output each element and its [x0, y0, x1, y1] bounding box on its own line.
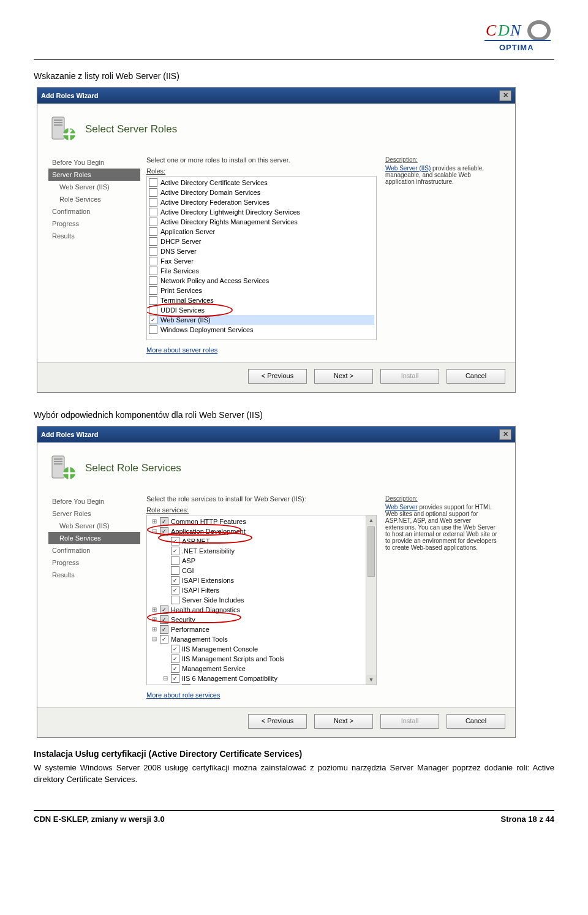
cancel-button[interactable]: Cancel: [447, 714, 505, 729]
checkbox-icon[interactable]: [171, 655, 179, 663]
checkbox-icon[interactable]: [149, 218, 157, 226]
next-button[interactable]: Next >: [314, 369, 373, 384]
checkbox-icon[interactable]: [171, 596, 179, 604]
dialog2-titlebar[interactable]: Add Roles Wizard ✕: [37, 427, 515, 442]
collapse-icon[interactable]: ⊟: [162, 675, 168, 682]
wizard-nav-item[interactable]: Progress: [48, 556, 140, 569]
collapse-icon[interactable]: ⊟: [151, 528, 157, 534]
tree-item[interactable]: .NET Extensibility: [149, 546, 374, 556]
wizard-nav-item[interactable]: Role Services: [48, 193, 140, 205]
wizard-nav-item[interactable]: Before You Begin: [48, 495, 140, 507]
checkbox-icon[interactable]: [171, 586, 179, 594]
checkbox-icon[interactable]: [149, 208, 157, 216]
checkbox-icon[interactable]: [149, 247, 157, 256]
tree-item[interactable]: ⊞Health and Diagnostics: [149, 605, 374, 615]
checkbox-icon[interactable]: [160, 625, 168, 634]
checkbox-icon[interactable]: [149, 325, 157, 334]
wizard-nav-item[interactable]: Server Roles: [48, 507, 140, 520]
close-icon[interactable]: ✕: [499, 429, 511, 440]
role-item[interactable]: DHCP Server: [149, 237, 374, 246]
role-services-tree[interactable]: ⊞Common HTTP Features⊟Application Develo…: [146, 515, 377, 685]
checkbox-icon[interactable]: [149, 237, 157, 246]
wizard-nav-item[interactable]: Progress: [48, 218, 140, 230]
checkbox-icon[interactable]: [149, 306, 157, 314]
role-item[interactable]: Active Directory Domain Services: [149, 188, 374, 197]
checkbox-icon[interactable]: [149, 316, 157, 324]
scroll-up-icon[interactable]: ▲: [366, 515, 376, 525]
checkbox-icon[interactable]: [160, 527, 168, 536]
wizard-nav-item[interactable]: Before You Begin: [48, 156, 140, 169]
checkbox-icon[interactable]: [160, 606, 168, 614]
checkbox-icon[interactable]: [149, 227, 157, 236]
role-item[interactable]: Network Policy and Access Services: [149, 276, 374, 286]
role-item[interactable]: Active Directory Certificate Services: [149, 178, 374, 188]
tree-item[interactable]: IIS Management Scripts and Tools: [149, 654, 374, 664]
role-item[interactable]: Fax Server: [149, 256, 374, 266]
tree-item[interactable]: ⊟Application Development: [149, 526, 374, 536]
checkbox-icon[interactable]: [171, 664, 179, 673]
checkbox-icon[interactable]: [160, 635, 168, 644]
role-item[interactable]: Terminal Services: [149, 295, 374, 305]
cancel-button[interactable]: Cancel: [447, 369, 505, 384]
tree-item[interactable]: CGI: [149, 566, 374, 575]
checkbox-icon[interactable]: [171, 576, 179, 585]
previous-button[interactable]: < Previous: [248, 714, 307, 729]
checkbox-icon[interactable]: [149, 257, 157, 265]
wizard-nav-item[interactable]: Results: [48, 230, 140, 242]
role-item[interactable]: Active Directory Federation Services: [149, 197, 374, 207]
tree-item[interactable]: Server Side Includes: [149, 595, 374, 605]
roles-listbox[interactable]: Active Directory Certificate ServicesAct…: [146, 176, 377, 340]
checkbox-icon[interactable]: [160, 615, 168, 624]
dialog1-titlebar[interactable]: Add Roles Wizard ✕: [37, 88, 515, 104]
wizard-nav-item[interactable]: Server Roles: [48, 169, 140, 181]
expand-icon[interactable]: ⊞: [151, 617, 157, 623]
wizard-nav-item[interactable]: Web Server (IIS): [48, 181, 140, 193]
tree-item[interactable]: Management Service: [149, 664, 374, 674]
role-item[interactable]: Active Directory Lightweight Directory S…: [149, 207, 374, 217]
checkbox-icon[interactable]: [171, 537, 179, 545]
tree-item[interactable]: ⊞Performance: [149, 625, 374, 634]
tree-item[interactable]: IIS Management Console: [149, 644, 374, 654]
checkbox-icon[interactable]: [171, 547, 179, 555]
checkbox-icon[interactable]: [149, 178, 157, 187]
tree-item[interactable]: ASP: [149, 556, 374, 566]
role-item[interactable]: File Services: [149, 266, 374, 276]
tree-item[interactable]: ISAPI Extensions: [149, 575, 374, 585]
scroll-down-icon[interactable]: ▼: [366, 675, 376, 685]
tree-scrollbar[interactable]: ▲ ▼: [366, 515, 376, 685]
expand-icon[interactable]: ⊞: [151, 607, 157, 613]
next-button[interactable]: Next >: [314, 714, 373, 729]
tree-item[interactable]: ⊞Security: [149, 615, 374, 625]
scroll-thumb[interactable]: [368, 526, 375, 577]
wizard-nav-item[interactable]: Confirmation: [48, 205, 140, 218]
tree-item[interactable]: ⊞Common HTTP Features: [149, 517, 374, 526]
checkbox-icon[interactable]: [149, 286, 157, 295]
role-item[interactable]: Active Directory Rights Management Servi…: [149, 217, 374, 227]
checkbox-icon[interactable]: [171, 645, 179, 653]
checkbox-icon[interactable]: [149, 267, 157, 275]
role-item[interactable]: Windows Deployment Services: [149, 325, 374, 335]
wizard-nav-item[interactable]: Confirmation: [48, 544, 140, 556]
previous-button[interactable]: < Previous: [248, 369, 307, 384]
tree-item[interactable]: ⊟IIS 6 Management Compatibility: [149, 674, 374, 683]
tree-item[interactable]: IIS 6 Metabase Compatibility: [149, 683, 374, 685]
tree-item[interactable]: ASP.NET: [149, 536, 374, 546]
checkbox-icon[interactable]: [149, 296, 157, 305]
checkbox-icon[interactable]: [149, 188, 157, 197]
role-item[interactable]: Web Server (IIS): [149, 315, 374, 325]
tree-item[interactable]: ISAPI Filters: [149, 585, 374, 595]
wizard-nav-item[interactable]: Role Services: [48, 532, 140, 544]
wizard-nav-item[interactable]: Web Server (IIS): [48, 520, 140, 532]
checkbox-icon[interactable]: [149, 276, 157, 285]
description-link[interactable]: Web Server: [385, 504, 418, 511]
checkbox-icon[interactable]: [171, 566, 179, 575]
expand-icon[interactable]: ⊞: [151, 518, 157, 525]
role-item[interactable]: UDDI Services: [149, 305, 374, 315]
role-item[interactable]: DNS Server: [149, 246, 374, 256]
checkbox-icon[interactable]: [171, 556, 179, 565]
checkbox-icon[interactable]: [149, 198, 157, 207]
wizard-nav-item[interactable]: Results: [48, 569, 140, 581]
role-item[interactable]: Print Services: [149, 286, 374, 295]
checkbox-icon[interactable]: [160, 517, 168, 526]
tree-item[interactable]: ⊟Management Tools: [149, 634, 374, 644]
